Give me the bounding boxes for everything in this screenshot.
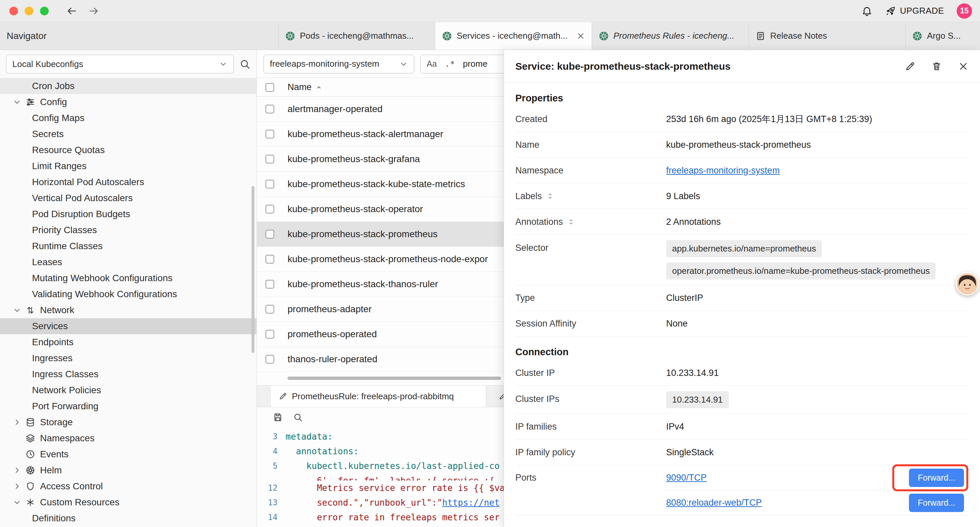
support-avatar[interactable]	[956, 272, 979, 296]
sidebar-item-config[interactable]: Config	[0, 94, 256, 110]
sidebar-item-resource-quotas[interactable]: Resource Quotas	[0, 142, 256, 158]
sort-icon[interactable]	[567, 218, 575, 226]
search-input[interactable]: prome	[463, 59, 488, 69]
match-case-toggle[interactable]: Aa	[426, 59, 437, 69]
sidebar-item-network-policies[interactable]: Network Policies	[0, 382, 256, 398]
forward-icon[interactable]	[88, 5, 99, 17]
sidebar-item-access-control[interactable]: Access Control	[0, 478, 256, 494]
sidebar-item-mutating-webhook-configurations[interactable]: Mutating Webhook Configurations	[0, 270, 256, 286]
row-checkbox[interactable]	[266, 230, 274, 239]
line-number: 12	[257, 481, 286, 495]
notification-badge[interactable]: 15	[957, 3, 972, 19]
sidebar-item-vertical-pod-autoscalers[interactable]: Vertical Pod Autoscalers	[0, 190, 256, 206]
row-checkbox[interactable]	[266, 305, 274, 314]
chevron-down-icon[interactable]	[13, 498, 23, 507]
regex-toggle[interactable]: .*	[445, 59, 455, 69]
close-window-button[interactable]	[10, 7, 18, 15]
sidebar-item-namespaces[interactable]: Namespaces	[0, 430, 256, 446]
sidebar-item-validating-webhook-configurations[interactable]: Validating Webhook Configurations	[0, 286, 256, 302]
save-icon[interactable]	[273, 412, 283, 422]
close-icon[interactable]	[958, 61, 969, 72]
rocket-icon	[885, 6, 896, 16]
sidebar-item-network[interactable]: Network	[0, 302, 256, 318]
row-checkbox[interactable]	[266, 280, 274, 288]
row-checkbox[interactable]	[266, 205, 274, 213]
detail-value: 9090/TCPForward...8080:reloader-web/TCPF…	[666, 465, 969, 515]
minimize-window-button[interactable]	[25, 7, 33, 15]
upgrade-button[interactable]: UPGRADE	[885, 6, 944, 16]
bell-icon[interactable]	[861, 5, 873, 17]
arrows-up-down-icon	[25, 305, 35, 315]
line-number: 13	[257, 495, 286, 510]
row-checkbox[interactable]	[266, 330, 274, 339]
chevron-down-icon[interactable]	[13, 98, 23, 107]
sidebar-item-helm[interactable]: Helm	[0, 462, 256, 478]
sidebar-item-custom-resources[interactable]: Custom Resources	[0, 494, 256, 510]
delete-icon[interactable]	[931, 61, 942, 72]
edit-icon[interactable]	[905, 61, 915, 72]
detail-label: Annotations	[515, 217, 666, 227]
sidebar-item-events[interactable]: Events	[0, 446, 256, 462]
row-checkbox[interactable]	[266, 180, 274, 188]
sidebar-item-runtime-classes[interactable]: Runtime Classes	[0, 238, 256, 254]
sidebar-item-ingresses[interactable]: Ingresses	[0, 350, 256, 366]
search-icon[interactable]	[239, 58, 250, 70]
select-all-checkbox[interactable]	[266, 83, 274, 92]
sidebar-item-horizontal-pod-autoscalers[interactable]: Horizontal Pod Autoscalers	[0, 174, 256, 190]
forward-button[interactable]: Forward...	[909, 469, 964, 487]
k8s-icon	[912, 31, 922, 41]
sidebar-item-label: Ingress Classes	[32, 369, 99, 380]
detail-label-text: Annotations	[515, 217, 563, 227]
sidebar-item-priority-classes[interactable]: Priority Classes	[0, 222, 256, 238]
sidebar-item-services[interactable]: Services	[0, 318, 256, 334]
namespace-filter-select[interactable]: freeleaps-monitoring-system	[264, 55, 414, 73]
sidebar-item-config-maps[interactable]: Config Maps	[0, 110, 256, 126]
sidebar-scrollbar[interactable]	[251, 186, 255, 353]
search-icon[interactable]	[293, 412, 303, 422]
sidebar-item-pod-disruption-budgets[interactable]: Pod Disruption Budgets	[0, 206, 256, 222]
detail-label-text: IP family policy	[515, 447, 575, 458]
row-checkbox[interactable]	[266, 105, 274, 113]
horizontal-scrollbar[interactable]	[288, 377, 501, 380]
sidebar-item-limit-ranges[interactable]: Limit Ranges	[0, 158, 256, 174]
tab-prometheus-rules-icecheng[interactable]: Prometheus Rules - icecheng...	[592, 22, 749, 50]
chevron-right-icon[interactable]	[13, 466, 23, 474]
sidebar-item-ingress-classes[interactable]: Ingress Classes	[0, 366, 256, 382]
zoom-window-button[interactable]	[40, 7, 49, 15]
detail-label: Labels	[515, 191, 666, 201]
code-token: Metrics service error rate is {{ $va	[286, 483, 505, 493]
editor-tab-prometheusrule[interactable]: PrometheusRule: freeleaps-prod-rabbitmq	[270, 385, 486, 407]
sidebar-item-endpoints[interactable]: Endpoints	[0, 334, 256, 350]
chevron-right-icon[interactable]	[13, 418, 23, 427]
back-icon[interactable]	[66, 5, 77, 17]
sort-icon[interactable]	[546, 192, 554, 200]
port-link[interactable]: 9090/TCP	[666, 473, 707, 483]
sidebar-item-secrets[interactable]: Secrets	[0, 126, 256, 142]
tab-services-icecheng-math[interactable]: Services - icecheng@math...	[435, 22, 592, 50]
tab-argo-s[interactable]: Argo S...	[905, 22, 980, 50]
forward-button[interactable]: Forward...	[909, 494, 964, 512]
row-checkbox[interactable]	[266, 130, 274, 139]
row-checkbox[interactable]	[266, 155, 274, 164]
detail-row-selector: Selectorapp.kubernetes.io/name=prometheu…	[515, 235, 969, 285]
chevron-down-icon[interactable]	[13, 306, 23, 315]
tab-pods-icecheng-mathmas[interactable]: Pods - icecheng@mathmas...	[278, 22, 435, 50]
name-column-header[interactable]: Name	[288, 82, 312, 92]
chevron-down-icon	[219, 60, 228, 68]
sidebar-item-cron-jobs[interactable]: Cron Jobs	[0, 78, 256, 94]
namespace-link[interactable]: freeleaps-monitoring-system	[666, 166, 780, 175]
chevron-right-icon[interactable]	[13, 482, 23, 490]
detail-value: 253d 16h 6m ago (2025年1月13日 GMT+8 1:25:3…	[666, 113, 969, 125]
sidebar-item-label: Custom Resources	[40, 497, 119, 508]
detail-row-namespace: Namespacefreeleaps-monitoring-system	[515, 158, 969, 183]
port-link[interactable]: 8080:reloader-web/TCP	[666, 498, 762, 508]
close-icon[interactable]	[576, 32, 585, 40]
kubeconfig-select[interactable]: Local Kubeconfigs	[6, 55, 234, 73]
sidebar-item-storage[interactable]: Storage	[0, 414, 256, 430]
row-checkbox[interactable]	[266, 255, 274, 263]
sidebar-item-port-forwarding[interactable]: Port Forwarding	[0, 398, 256, 414]
sidebar-item-leases[interactable]: Leases	[0, 254, 256, 270]
tab-release-notes[interactable]: Release Notes	[749, 22, 905, 50]
row-checkbox[interactable]	[266, 355, 274, 363]
sidebar-item-definitions[interactable]: Definitions	[0, 510, 256, 526]
